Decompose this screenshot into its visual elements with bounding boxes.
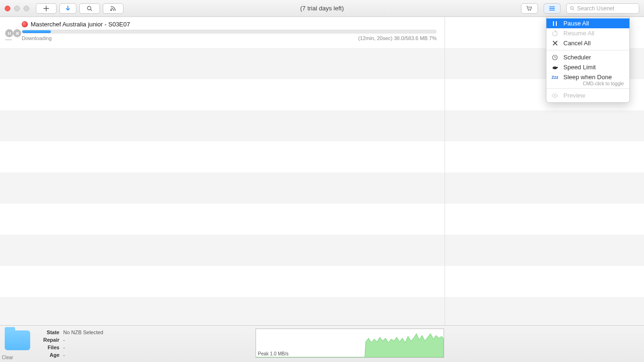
download-icon xyxy=(65,5,71,12)
rss-button[interactable] xyxy=(103,3,124,14)
repair-label: Repair xyxy=(38,336,59,344)
speed-graph: Peak 1.0 MB/s xyxy=(256,329,444,358)
menu-label: Cancel All xyxy=(563,40,591,47)
progress-fill xyxy=(22,30,51,33)
clock-icon xyxy=(551,55,559,60)
state-label: State xyxy=(38,329,59,336)
pause-icon xyxy=(8,32,11,35)
hamburger-icon xyxy=(549,5,555,12)
menu-speed-limit[interactable]: Speed Limit xyxy=(546,62,629,72)
info-panel: StateNo NZB Selected Repair- Files- Age- xyxy=(38,329,103,359)
files-label: Files xyxy=(38,344,59,351)
state-value: No NZB Selected xyxy=(63,329,103,336)
pause-icon xyxy=(551,21,559,26)
download-status: Downloading xyxy=(22,35,52,41)
menu-preview: Preview xyxy=(546,90,629,100)
menu-pause-all[interactable]: Pause All xyxy=(546,18,629,28)
eye-icon xyxy=(551,93,559,98)
menu-label: Pause All xyxy=(563,20,589,27)
repair-value: - xyxy=(63,336,65,344)
menu-separator xyxy=(546,50,629,50)
search-placeholder: Search Usenet xyxy=(577,5,614,12)
clear-label[interactable]: Clear xyxy=(2,355,13,360)
menu-sleep-hint: CMD-click to toggle xyxy=(546,81,629,86)
cart-button[interactable] xyxy=(521,3,538,14)
close-window-button[interactable] xyxy=(5,6,10,11)
rss-icon xyxy=(110,5,116,12)
progress-bar xyxy=(22,30,437,33)
svg-point-3 xyxy=(570,6,573,9)
turtle-icon xyxy=(551,65,559,70)
graph-peak-label: Peak 1.0 MB/s xyxy=(258,351,289,356)
cart-icon xyxy=(526,5,533,12)
sleep-icon: Zzz xyxy=(551,75,559,80)
svg-point-2 xyxy=(530,9,531,10)
files-value: - xyxy=(63,344,65,351)
window-controls xyxy=(5,6,29,11)
cancel-icon xyxy=(551,41,559,46)
svg-point-7 xyxy=(554,95,556,96)
download-stats: (12min, 20sec) 38.0/583.6 MB 7% xyxy=(358,35,437,41)
age-value: - xyxy=(63,351,65,359)
sidebar-pane: Pause All Resume All Cancel All Schedule… xyxy=(445,17,644,325)
menu-resume-all: Resume All xyxy=(546,28,629,38)
maximize-window-button[interactable] xyxy=(24,6,29,11)
menu-label: Resume All xyxy=(563,30,594,37)
minimize-window-button[interactable] xyxy=(14,6,20,11)
download-row[interactable]: Masterchef Australia junior - S03E07 — D… xyxy=(0,17,445,48)
downloads-list: Masterchef Australia junior - S03E07 — D… xyxy=(0,17,445,325)
search-toolbar-button[interactable] xyxy=(79,3,100,14)
magnifier-icon xyxy=(86,5,93,12)
x-icon xyxy=(16,32,19,35)
svg-point-5 xyxy=(553,66,557,69)
status-bar: Clear StateNo NZB Selected Repair- Files… xyxy=(0,325,644,362)
folder-icon[interactable] xyxy=(5,330,30,350)
svg-point-1 xyxy=(528,9,529,10)
record-icon xyxy=(22,21,28,27)
menu-button[interactable] xyxy=(544,3,561,14)
menu-label: Preview xyxy=(563,92,585,99)
menu-label: Speed Limit xyxy=(563,64,596,71)
menu-separator xyxy=(546,88,629,89)
menu-sleep-when-done[interactable]: Zzz Sleep when Done xyxy=(546,72,629,82)
main-area: Masterchef Australia junior - S03E07 — D… xyxy=(0,17,644,325)
collapse-toggle[interactable]: — xyxy=(0,35,17,43)
search-glass-icon xyxy=(570,6,575,11)
menu-label: Sleep when Done xyxy=(563,74,612,81)
menu-label: Scheduler xyxy=(563,54,591,61)
resume-icon xyxy=(551,31,559,36)
plus-icon xyxy=(43,5,50,12)
menu-scheduler[interactable]: Scheduler xyxy=(546,52,629,62)
add-button[interactable] xyxy=(36,3,57,14)
svg-point-6 xyxy=(557,66,558,68)
menu-cancel-all[interactable]: Cancel All xyxy=(546,38,629,48)
actions-menu: Pause All Resume All Cancel All Schedule… xyxy=(546,17,630,103)
download-arrow-button[interactable] xyxy=(59,3,76,14)
titlebar: (7 trial days left) Search Usenet xyxy=(0,0,644,17)
age-label: Age xyxy=(38,351,59,359)
search-field[interactable]: Search Usenet xyxy=(566,3,639,14)
download-title: Masterchef Australia junior - S03E07 xyxy=(31,21,130,28)
